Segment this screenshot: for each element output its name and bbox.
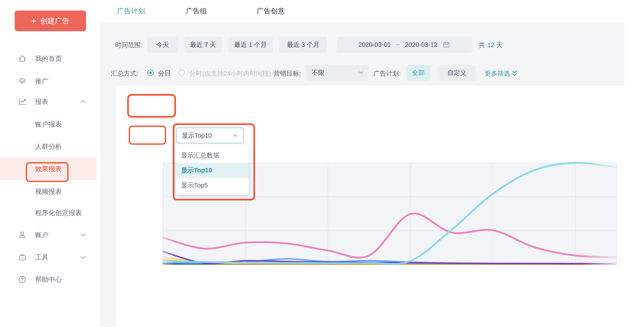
- dropdown-option-top5[interactable]: 显示Top5: [176, 178, 249, 193]
- double-chevron-down-icon: [511, 70, 518, 77]
- radio-by-hour[interactable]: [179, 69, 185, 76]
- sidebar: + 创建广告 我的首页 推广 报表 账户报表 人群分析 效果报表 视频报表 程序…: [0, 0, 96, 323]
- top-n-select-value: 显示Top10: [182, 131, 212, 140]
- sidebar-item-tools[interactable]: 工具: [0, 246, 96, 268]
- toolbox-icon: [18, 253, 27, 262]
- top-n-dropdown-menu: 显示汇总数据 显示Top10 显示Top5: [176, 146, 249, 195]
- chevron-up-icon: [232, 132, 238, 139]
- sidebar-item-reports[interactable]: 报表: [0, 91, 96, 113]
- time-range-label: 时间范围:: [115, 41, 143, 49]
- create-ad-button[interactable]: + 创建广告: [15, 11, 86, 31]
- layers-icon: [18, 77, 27, 86]
- ad-plan-custom-button[interactable]: 自定义: [438, 65, 476, 81]
- chevron-up-icon: [80, 98, 87, 105]
- line-chart-icon: [18, 97, 27, 106]
- marketing-goal-label: 营销目标:: [274, 69, 301, 78]
- sidebar-item-effect-report[interactable]: 效果报表: [0, 158, 96, 180]
- dropdown-option-top10[interactable]: 显示Top10: [176, 163, 249, 178]
- calendar-icon: [443, 41, 450, 48]
- top-tab-bar: 广告计划 广告组 广告创意: [100, 0, 644, 22]
- sidebar-item-video-report[interactable]: 视频报表: [0, 180, 96, 203]
- quick-range-3months[interactable]: 最近 3 个月: [279, 37, 327, 53]
- sidebar-item-help-center[interactable]: 帮助中心: [0, 268, 96, 291]
- sidebar-item-account[interactable]: 账户: [0, 224, 96, 246]
- summary-method-label: 汇总方式:: [111, 69, 138, 78]
- dropdown-option-summary[interactable]: 显示汇总数据: [176, 148, 249, 163]
- radio-by-day-label[interactable]: 分日: [158, 69, 171, 78]
- date-separator: ~: [396, 41, 400, 48]
- sidebar-item-home[interactable]: 我的首页: [0, 47, 96, 70]
- quick-range-today[interactable]: 今天: [147, 37, 178, 53]
- tab-ad-plan[interactable]: 广告计划: [117, 0, 145, 22]
- effect-report-page: { "accent_color": "#3d98a8", "annotation…: [0, 0, 644, 327]
- total-days: 共12天: [479, 41, 502, 49]
- quick-range-1month[interactable]: 最近 1 个月: [228, 37, 273, 53]
- ad-plan-all-button[interactable]: 全部: [406, 65, 430, 81]
- home-icon: [18, 54, 27, 63]
- date-start: 2020-03-01: [358, 41, 391, 48]
- ad-plan-label: 广告计划:: [373, 69, 401, 78]
- radio-by-day[interactable]: [147, 69, 154, 76]
- chevron-down-icon: [358, 70, 364, 76]
- marketing-goal-select[interactable]: 不限: [306, 65, 369, 81]
- chevron-down-icon: [80, 254, 87, 261]
- date-end: 2020-03-12: [405, 41, 437, 48]
- tab-ad-creative[interactable]: 广告创意: [257, 0, 285, 22]
- quick-range-7days[interactable]: 最近 7 天: [184, 37, 222, 53]
- chevron-down-icon: [80, 231, 87, 238]
- sidebar-item-programmatic-creative-report[interactable]: 程序化创意报表: [0, 202, 96, 224]
- more-filters-link[interactable]: 更多筛选: [485, 69, 518, 78]
- top-n-select[interactable]: 显示Top10: [176, 127, 244, 143]
- tab-ad-group[interactable]: 广告组: [186, 0, 207, 22]
- marketing-goal-value: 不限: [312, 69, 325, 77]
- help-icon: [18, 275, 27, 284]
- total-days-value: 12: [485, 41, 496, 48]
- sidebar-item-promotion[interactable]: 推广: [0, 70, 96, 92]
- sidebar-item-audience-analysis[interactable]: 人群分析: [0, 135, 96, 158]
- user-icon: [18, 230, 27, 239]
- plus-icon: +: [31, 17, 36, 25]
- date-range-picker[interactable]: 2020-03-01 ~ 2020-03-12: [337, 37, 472, 53]
- sidebar-item-account-report[interactable]: 账户报表: [0, 113, 96, 135]
- radio-by-hour-label[interactable]: 分时(仅支持24小时内时间段): [189, 69, 271, 78]
